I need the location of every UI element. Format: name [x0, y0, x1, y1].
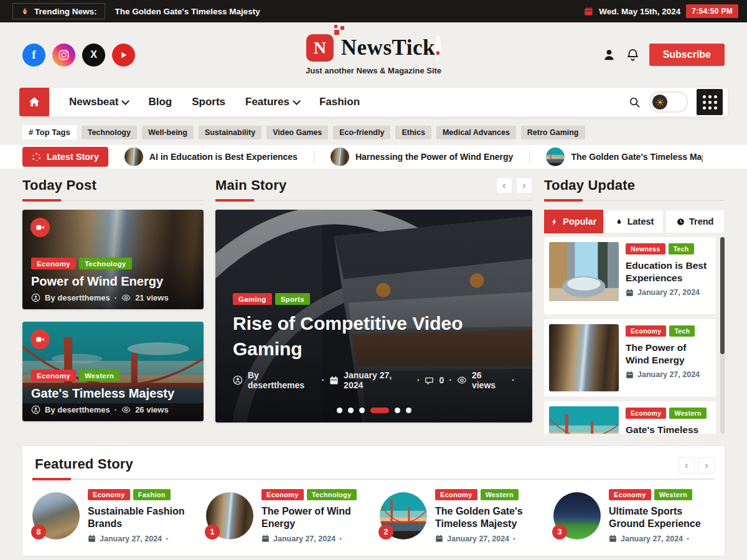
- category-tag[interactable]: Gaming: [233, 293, 272, 305]
- subscribe-button[interactable]: Subscribe: [649, 44, 725, 66]
- tag-chip-sustainability[interactable]: Sustainability: [199, 126, 261, 139]
- category-tag[interactable]: Economy: [31, 258, 76, 269]
- category-tag[interactable]: Tech: [669, 325, 695, 337]
- carousel-dot[interactable]: [348, 408, 354, 413]
- category-tag[interactable]: Economy: [626, 408, 666, 419]
- tag-chip-eco-friendly[interactable]: Eco-friendly: [333, 126, 390, 139]
- nav-item-newsbeat[interactable]: Newsbeat: [69, 96, 128, 108]
- update-item-wind-energy[interactable]: Economy Tech The Power of Wind Energy Ja…: [544, 319, 716, 396]
- update-title[interactable]: Education is Best Experiences: [626, 259, 711, 284]
- featured-title[interactable]: Ultimate Sports Ground Experience: [609, 505, 715, 531]
- category-tag[interactable]: Economy: [31, 370, 76, 381]
- featured-title[interactable]: The Golden Gate's Timeless Majesty: [435, 505, 541, 531]
- tab-popular[interactable]: Popular: [544, 210, 603, 233]
- tab-latest[interactable]: Latest: [605, 210, 664, 233]
- grid-menu-icon[interactable]: [697, 89, 723, 115]
- scrollbar-track[interactable]: [720, 237, 725, 434]
- category-tag[interactable]: Economy: [261, 489, 304, 500]
- carousel-prev-button[interactable]: ‹: [679, 457, 695, 474]
- post-title[interactable]: Power of Wind Energy: [31, 274, 196, 289]
- tag-row: Economy Western: [609, 489, 715, 500]
- category-tag[interactable]: Western: [654, 489, 692, 500]
- trending-headline[interactable]: The Golden Gate's Timeless Majesty: [115, 7, 260, 16]
- carousel-dot[interactable]: [337, 408, 342, 413]
- nav-item-blog[interactable]: Blog: [148, 96, 172, 108]
- tag-chip-medical-advances[interactable]: Medical Advances: [436, 126, 516, 139]
- post-card-wind-energy[interactable]: Economy Technology Power of Wind Energy …: [22, 210, 204, 309]
- post-title[interactable]: Gate's Timeless Majesty: [31, 386, 196, 401]
- update-title[interactable]: Gate's Timeless Majesty: [626, 424, 711, 434]
- category-tag[interactable]: Western: [481, 489, 519, 500]
- carousel-dot-active[interactable]: [370, 408, 389, 413]
- category-tag[interactable]: Fashion: [133, 489, 171, 500]
- featured-body: Economy Fashion Sustainable Fashion Bran…: [88, 489, 194, 543]
- flame-icon: [21, 6, 29, 16]
- carousel-next-button[interactable]: ›: [698, 457, 715, 474]
- ticker-item[interactable]: The Golden Gate's Timeless Majesty: [546, 147, 703, 166]
- update-item-education[interactable]: Newness Tech Education is Best Experienc…: [544, 237, 716, 314]
- nav-item-fashion[interactable]: Fashion: [319, 96, 360, 108]
- tag-chip-wellbeing[interactable]: Well-being: [142, 126, 194, 139]
- scrollbar-thumb[interactable]: [720, 237, 725, 354]
- story-number-badge: 3: [552, 525, 567, 539]
- post-author[interactable]: By desertthemes: [45, 293, 110, 302]
- nav-item-sports[interactable]: Sports: [192, 96, 225, 108]
- user-account-icon[interactable]: [602, 48, 616, 62]
- logo-row[interactable]: N NewsTick.: [306, 34, 441, 62]
- main-story-title[interactable]: Rise of Competitive Video Gaming: [233, 311, 515, 362]
- carousel-prev-button[interactable]: ‹: [496, 177, 512, 194]
- update-title[interactable]: The Power of Wind Energy: [626, 342, 711, 366]
- tag-chip-ethics[interactable]: Ethics: [395, 126, 431, 139]
- facebook-icon[interactable]: f: [22, 44, 45, 67]
- story-author[interactable]: By desertthemes: [248, 370, 316, 390]
- category-tag[interactable]: Economy: [88, 489, 130, 500]
- tag-chip-retro-gaming[interactable]: Retro Gaming: [521, 126, 585, 139]
- category-tag[interactable]: Technology: [307, 489, 357, 500]
- main-story-heading: Main Story: [215, 177, 286, 194]
- category-tag[interactable]: Technology: [79, 258, 132, 269]
- featured-card-golden-gate[interactable]: 2 Economy Western The Golden Gate's Time…: [380, 489, 541, 543]
- category-tag[interactable]: Economy: [609, 489, 651, 500]
- instagram-icon[interactable]: [52, 44, 75, 67]
- featured-card-sports-ground[interactable]: 3 Economy Western Ultimate Sports Ground…: [553, 489, 715, 543]
- featured-date: January 27, 2024: [621, 534, 683, 543]
- nav-item-features[interactable]: Features: [245, 96, 299, 108]
- tag-chip-video-games[interactable]: Video Games: [266, 126, 328, 139]
- featured-card-fashion[interactable]: 8 Economy Fashion Sustainable Fashion Br…: [32, 489, 194, 543]
- ticker-item[interactable]: Harnessing the Power of Wind Energy: [331, 147, 513, 166]
- dark-mode-toggle[interactable]: [649, 91, 688, 113]
- x-twitter-icon[interactable]: X: [82, 44, 105, 67]
- main-story-card[interactable]: Gaming Sports Rise of Competitive Video …: [215, 210, 532, 422]
- category-tag[interactable]: Sports: [275, 293, 310, 305]
- category-tag[interactable]: Economy: [626, 325, 666, 337]
- heading-underline: [544, 199, 725, 202]
- tab-trend[interactable]: Trend: [665, 210, 725, 233]
- featured-story-heading: Featured Story: [32, 456, 715, 472]
- notifications-bell-icon[interactable]: [626, 48, 640, 62]
- featured-title[interactable]: Sustainable Fashion Brands: [88, 505, 194, 531]
- topbar-datetime: Wed. May 15th, 2024 7:54:50 PM: [584, 4, 738, 18]
- category-tag[interactable]: Newness: [626, 243, 665, 254]
- youtube-icon[interactable]: [112, 44, 135, 67]
- category-tag[interactable]: Western: [79, 370, 120, 381]
- featured-card-wind-energy[interactable]: 1 Economy Technology The Power of Wind E…: [206, 489, 367, 543]
- home-button[interactable]: [19, 88, 49, 116]
- category-tag[interactable]: Western: [669, 408, 706, 419]
- tag-row: Economy Western: [626, 408, 711, 419]
- featured-title[interactable]: The Power of Wind Energy: [261, 505, 367, 531]
- carousel-next-button[interactable]: ›: [516, 177, 532, 194]
- carousel-dot[interactable]: [359, 408, 365, 413]
- tag-chip-technology[interactable]: Technology: [82, 126, 137, 139]
- post-author[interactable]: By desertthemes: [45, 405, 110, 414]
- category-tag[interactable]: Tech: [669, 243, 694, 254]
- featured-avatar: 3: [553, 492, 601, 539]
- carousel-dot[interactable]: [395, 408, 400, 413]
- update-item-timeless[interactable]: Economy Western Gate's Timeless Majesty: [544, 401, 716, 434]
- search-icon[interactable]: [629, 96, 641, 108]
- chevron-down-icon: [293, 97, 301, 105]
- ticker-item[interactable]: AI in Education is Best Experiences: [125, 147, 298, 166]
- latest-story-button[interactable]: Latest Story: [22, 147, 108, 167]
- post-card-timeless-majesty[interactable]: Economy Western Gate's Timeless Majesty …: [22, 322, 204, 421]
- carousel-dot[interactable]: [406, 408, 411, 413]
- category-tag[interactable]: Economy: [435, 489, 477, 500]
